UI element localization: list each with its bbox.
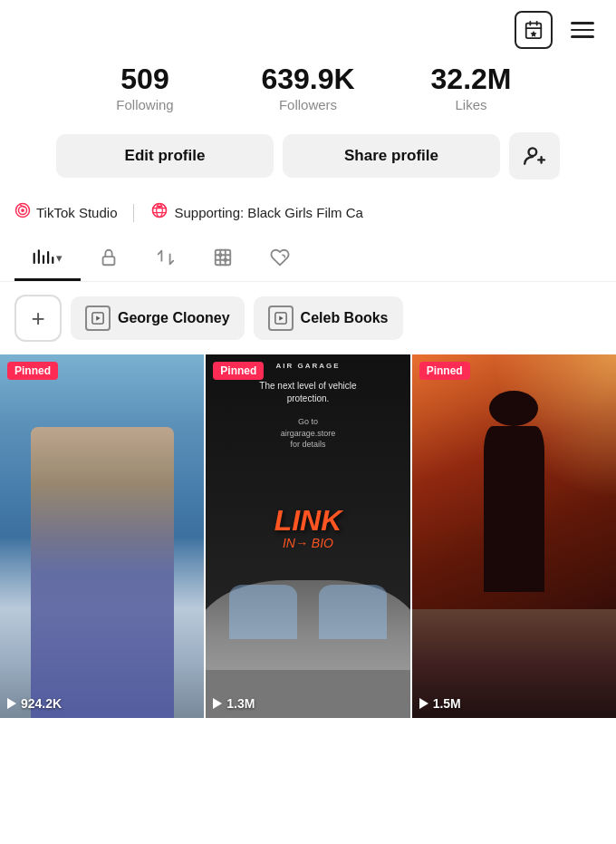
svg-point-24 [219,254,222,257]
tiktok-studio-label: TikTok Studio [36,205,117,220]
svg-marker-27 [96,316,100,321]
calendar-star-icon[interactable] [515,11,553,49]
playlist-video-icon [85,306,111,331]
play-count-2: 1.3M [213,696,255,711]
pinned-badge-3: Pinned [419,362,470,380]
studio-divider [133,204,134,222]
following-label: Following [116,97,173,112]
svg-point-12 [157,204,163,218]
stats-row: 509 Following 639.9K Followers 32.2M Lik… [0,56,616,116]
pinned-badge-2: Pinned [213,362,264,380]
likes-count: 32.2M [431,63,512,95]
likes-stat[interactable]: 32.2M Likes [399,63,544,112]
svg-rect-18 [103,257,115,265]
video-thumb-1[interactable]: Pinned 924.2K [0,354,204,718]
supporting-label: Supporting: Black Girls Film Ca [174,205,362,220]
studio-bar: TikTok Studio Supporting: Black Girls Fi… [0,189,616,237]
tab-posts-chevron: ▾ [56,251,63,265]
edit-profile-button[interactable]: Edit profile [56,134,274,178]
add-playlist-button[interactable]: + [14,295,62,342]
tab-liked[interactable] [251,237,309,281]
george-clooney-label: George Clooney [118,310,230,326]
plus-icon: + [31,305,44,333]
svg-point-5 [529,149,537,157]
video-thumb-3[interactable]: Pinned 1.5M [412,354,616,718]
celeb-books-playlist[interactable]: Celeb Books [254,296,403,340]
celeb-books-label: Celeb Books [301,310,389,326]
play-icon-3 [419,698,428,709]
menu-icon[interactable] [567,18,598,42]
following-stat[interactable]: 509 Following [72,63,217,112]
playlist-row: + George Clooney Celeb Books [0,282,616,354]
globe-heart-icon [150,201,168,224]
video-grid: Pinned 924.2K AIR GARAGE The next level … [0,354,616,718]
play-count-3: 1.5M [419,696,461,711]
svg-rect-19 [216,250,231,266]
share-profile-button[interactable]: Share profile [283,134,500,178]
supporting-item[interactable]: Supporting: Black Girls Film Ca [150,201,362,224]
play-icon-2 [213,698,222,709]
svg-rect-0 [526,24,542,38]
svg-point-10 [21,209,24,212]
george-clooney-playlist[interactable]: George Clooney [71,296,245,340]
tab-private[interactable] [81,237,137,281]
pinned-badge-1: Pinned [7,362,58,380]
add-friend-button[interactable] [509,132,560,179]
svg-point-11 [153,204,167,218]
tab-posts[interactable]: ▾ [14,237,81,281]
tiktok-studio-icon [14,202,31,223]
followers-count: 639.9K [261,63,354,95]
header [0,0,616,56]
tab-tagged[interactable] [195,237,251,281]
playlist-video-icon-2 [268,306,294,331]
action-buttons: Edit profile Share profile [0,116,616,189]
play-icon-1 [7,698,16,709]
svg-point-25 [224,259,226,262]
video-thumb-2[interactable]: AIR GARAGE The next level of vehicleprot… [206,354,409,718]
followers-label: Followers [279,97,337,112]
followers-stat[interactable]: 639.9K Followers [217,63,399,112]
tiktok-studio-item[interactable]: TikTok Studio [14,202,117,223]
svg-marker-29 [279,316,283,321]
play-count-1: 924.2K [7,696,62,711]
tab-bar: ▾ [0,237,616,282]
following-count: 509 [120,63,168,95]
likes-label: Likes [455,97,486,112]
tab-repost[interactable] [137,237,195,281]
svg-marker-4 [530,31,536,37]
